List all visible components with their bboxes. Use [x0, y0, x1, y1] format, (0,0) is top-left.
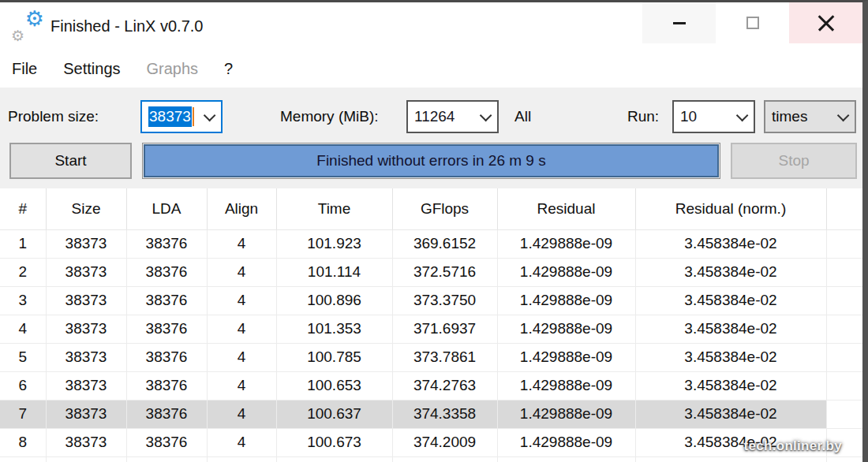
- table-row[interactable]: 838373383764100.673374.20091.429888e-093…: [0, 428, 862, 456]
- menu-help[interactable]: ?: [224, 60, 233, 78]
- column-header[interactable]: Align: [207, 188, 276, 229]
- table-row[interactable]: 138373383764101.923369.61521.429888e-093…: [0, 229, 862, 258]
- table-cell[interactable]: 1.429888e-09: [497, 343, 635, 371]
- table-cell[interactable]: 4: [207, 428, 276, 456]
- table-cell[interactable]: 3.458384e-02: [635, 258, 826, 286]
- table-cell[interactable]: 38373: [46, 315, 126, 343]
- table-cell[interactable]: 3.458384e-02: [635, 371, 826, 400]
- menu-file[interactable]: File: [12, 60, 37, 78]
- table-cell[interactable]: 371.6937: [392, 315, 497, 343]
- table-cell[interactable]: 100.653: [276, 371, 392, 400]
- table-cell-empty: [276, 456, 392, 462]
- table-row[interactable]: 238373383764101.114372.57161.429888e-093…: [0, 258, 862, 286]
- table-cell[interactable]: 1.429888e-09: [497, 286, 635, 315]
- table-cell[interactable]: 38373: [46, 229, 126, 258]
- start-button[interactable]: Start: [9, 143, 132, 179]
- table-row[interactable]: 638373383764100.653374.27631.429888e-093…: [0, 371, 862, 400]
- close-icon: [817, 13, 836, 32]
- table-cell[interactable]: 374.2763: [392, 371, 497, 400]
- table-cell[interactable]: 1.429888e-09: [497, 258, 635, 286]
- table-row[interactable]: 538373383764100.785373.78611.429888e-093…: [0, 343, 862, 371]
- table-cell[interactable]: 4: [207, 400, 276, 428]
- table-cell[interactable]: 3.458384e-02: [635, 229, 826, 258]
- table-cell[interactable]: 1.429888e-09: [497, 315, 635, 343]
- table-cell[interactable]: 38373: [46, 258, 126, 286]
- table-cell[interactable]: 100.637: [276, 400, 392, 428]
- table-cell[interactable]: 373.3750: [392, 286, 497, 315]
- table-row[interactable]: 338373383764100.896373.37501.429888e-093…: [0, 286, 862, 315]
- chevron-down-icon[interactable]: [736, 109, 749, 121]
- table-cell[interactable]: 38376: [126, 400, 207, 428]
- table-cell[interactable]: 6: [0, 371, 46, 400]
- table-cell[interactable]: 8: [0, 428, 46, 456]
- column-header[interactable]: Time: [276, 188, 392, 229]
- table-cell[interactable]: 38376: [126, 229, 207, 258]
- column-header[interactable]: #: [0, 188, 46, 229]
- table-cell[interactable]: 2: [0, 258, 46, 286]
- table-cell[interactable]: 374.2009: [392, 428, 497, 456]
- title-bar: ⚙ ⚙ Finished - LinX v0.7.0: [0, 2, 862, 50]
- table-cell[interactable]: 4: [207, 371, 276, 400]
- table-cell[interactable]: 369.6152: [392, 229, 497, 258]
- table-row[interactable]: 438373383764101.353371.69371.429888e-093…: [0, 315, 862, 343]
- table-cell[interactable]: 1.429888e-09: [497, 229, 635, 258]
- column-header[interactable]: Residual (norm.): [635, 188, 826, 229]
- memory-combobox[interactable]: 11264: [406, 100, 499, 133]
- chevron-down-icon[interactable]: [480, 109, 492, 121]
- table-cell-filler: [826, 400, 862, 428]
- table-cell[interactable]: 38376: [126, 286, 207, 315]
- table-cell[interactable]: 372.5716: [392, 258, 497, 286]
- table-cell[interactable]: 1.429888e-09: [497, 400, 635, 428]
- table-cell[interactable]: 101.923: [276, 229, 392, 258]
- table-cell[interactable]: 38373: [46, 371, 126, 400]
- table-cell[interactable]: 7: [0, 400, 46, 428]
- table-cell[interactable]: 38373: [46, 428, 126, 456]
- table-cell[interactable]: 38376: [126, 258, 207, 286]
- table-cell[interactable]: 3.458384e-02: [635, 315, 826, 343]
- table-cell[interactable]: 4: [207, 258, 276, 286]
- table-cell[interactable]: 3.458384e-02: [635, 286, 826, 315]
- table-cell[interactable]: 38376: [126, 371, 207, 400]
- table-row[interactable]: 738373383764100.637374.33581.429888e-093…: [0, 400, 862, 428]
- maximize-button[interactable]: [716, 2, 789, 43]
- table-cell[interactable]: 1.429888e-09: [497, 371, 635, 400]
- column-header[interactable]: LDA: [126, 188, 207, 229]
- run-combobox[interactable]: 10: [672, 100, 755, 133]
- table-cell[interactable]: 1: [0, 229, 46, 258]
- table-cell-empty: [207, 456, 276, 462]
- table-cell[interactable]: 4: [0, 315, 46, 343]
- menu-settings[interactable]: Settings: [63, 60, 120, 78]
- table-cell[interactable]: 374.3358: [392, 400, 497, 428]
- table-cell[interactable]: 101.114: [276, 258, 392, 286]
- table-cell[interactable]: 1.429888e-09: [497, 428, 635, 456]
- table-cell[interactable]: 373.7861: [392, 343, 497, 371]
- table-cell[interactable]: 3.458384e-02: [635, 343, 826, 371]
- table-cell[interactable]: 38373: [46, 400, 126, 428]
- column-header[interactable]: Size: [46, 188, 126, 229]
- table-cell[interactable]: 4: [207, 343, 276, 371]
- close-button[interactable]: [789, 2, 862, 43]
- problem-size-combobox[interactable]: 38373: [140, 100, 223, 133]
- table-cell[interactable]: 101.353: [276, 315, 392, 343]
- table-cell[interactable]: 5: [0, 343, 46, 371]
- table-cell[interactable]: 100.785: [276, 343, 392, 371]
- table-cell[interactable]: 100.896: [276, 286, 392, 315]
- maximize-icon: [746, 17, 759, 29]
- table-cell[interactable]: 4: [207, 315, 276, 343]
- table-cell[interactable]: 38376: [126, 315, 207, 343]
- minimize-button[interactable]: [642, 2, 716, 43]
- table-cell[interactable]: 3: [0, 286, 46, 315]
- table-cell[interactable]: 3.458384e-02: [635, 400, 826, 428]
- table-cell[interactable]: 100.673: [276, 428, 392, 456]
- chevron-down-icon[interactable]: [204, 109, 216, 121]
- table-cell[interactable]: 38373: [46, 286, 126, 315]
- chevron-down-icon[interactable]: [837, 109, 850, 121]
- column-header[interactable]: GFlops: [392, 188, 497, 229]
- table-cell[interactable]: 38373: [46, 343, 126, 371]
- table-cell[interactable]: 4: [207, 286, 276, 315]
- table-cell[interactable]: 38376: [126, 428, 207, 456]
- table-cell[interactable]: 4: [207, 229, 276, 258]
- table-cell[interactable]: 38376: [126, 343, 207, 371]
- column-header[interactable]: Residual: [497, 188, 635, 229]
- times-combobox[interactable]: times: [764, 100, 856, 133]
